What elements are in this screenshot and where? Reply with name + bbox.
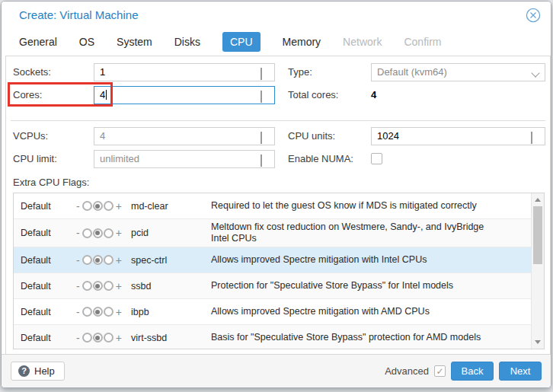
type-value: Default (kvm64): [377, 66, 447, 78]
slider-off-option[interactable]: [82, 228, 92, 238]
enable-numa-label: Enable NUMA:: [288, 150, 353, 168]
cpu-limit-spinner: [261, 153, 268, 170]
flag-state-label: Default: [14, 228, 75, 238]
slider-off-option[interactable]: [82, 255, 92, 265]
advanced-label: Advanced: [385, 365, 429, 377]
scroll-up-icon[interactable]: [535, 198, 541, 202]
cpu-tab-panel: Sockets: 1 Type: Default (kvm64) Cores: …: [5, 56, 551, 356]
spinner-down-icon[interactable]: [261, 68, 262, 80]
flag-description: Required to let the guest OS know if MDS…: [211, 198, 504, 214]
cpu-units-value: 1024: [377, 130, 399, 142]
help-button-label: Help: [34, 365, 55, 377]
minus-label: -: [75, 254, 82, 266]
flag-state-label: Default: [14, 255, 75, 266]
vertical-scrollbar[interactable]: [531, 193, 544, 349]
flag-description: Protection for "Speculative Store Bypass…: [211, 278, 504, 294]
flag-name: md-clear: [131, 201, 211, 212]
plus-label: +: [114, 227, 123, 239]
flags-table: Default-+md-clearRequired to let the gue…: [13, 193, 545, 349]
slider-off-option[interactable]: [82, 281, 92, 291]
flag-row-ibpb[interactable]: Default-+ibpbAllows improved Spectre mit…: [14, 299, 531, 325]
dialog-header: Create: Virtual Machine: [2, 2, 551, 29]
flag-name: ibpb: [131, 307, 211, 317]
flag-name: pcid: [131, 228, 211, 238]
minus-label: -: [75, 200, 82, 212]
flag-state-label: Default: [14, 201, 75, 212]
cores-spinner[interactable]: [261, 89, 268, 106]
sockets-spinner[interactable]: [261, 66, 268, 83]
sockets-label: Sockets:: [13, 63, 51, 81]
cpu-units-label: CPU units:: [288, 127, 335, 145]
tab-cpu[interactable]: CPU: [222, 32, 261, 52]
flag-name: ssbd: [131, 281, 211, 292]
slider-default-option[interactable]: [93, 255, 103, 265]
vcpus-value: 4: [100, 130, 105, 142]
flag-row-md-clear[interactable]: Default-+md-clearRequired to let the gue…: [14, 193, 531, 219]
minus-label: -: [75, 332, 82, 344]
flag-name: spec-ctrl: [131, 255, 211, 266]
slider-default-option[interactable]: [93, 333, 103, 343]
back-button[interactable]: Back: [451, 362, 494, 381]
flag-tri-state-slider[interactable]: -+: [75, 332, 131, 344]
slider-off-option[interactable]: [82, 333, 92, 343]
vcpus-input: 4: [94, 127, 275, 145]
slider-on-option[interactable]: [104, 228, 113, 238]
cores-input[interactable]: 4: [94, 86, 275, 104]
cpu-limit-label: CPU limit:: [13, 150, 57, 168]
spinner-down-icon[interactable]: [261, 91, 262, 103]
spinner-down-icon: [261, 155, 262, 167]
flag-tri-state-slider[interactable]: -+: [75, 254, 131, 266]
flag-state-label: Default: [14, 307, 75, 317]
tab-general[interactable]: General: [19, 36, 57, 48]
tab-memory[interactable]: Memory: [283, 36, 321, 48]
enable-numa-checkbox[interactable]: [371, 153, 382, 164]
flag-row-pcid[interactable]: Default-+pcidMeltdown fix cost reduction…: [14, 219, 531, 247]
vcpus-label: VCPUs:: [13, 127, 48, 145]
flag-row-spec-ctrl[interactable]: Default-+spec-ctrlAllows improved Spectr…: [14, 247, 531, 273]
cores-value: 4: [100, 89, 105, 100]
cpu-limit-input: unlimited: [94, 150, 275, 168]
create-vm-dialog: Create: Virtual Machine GeneralOSSystemD…: [1, 1, 551, 388]
flag-tri-state-slider[interactable]: -+: [75, 280, 131, 292]
cpu-units-input[interactable]: 1024: [371, 127, 545, 145]
slider-on-option[interactable]: [104, 255, 113, 265]
flags-table-body: Default-+md-clearRequired to let the gue…: [14, 193, 531, 349]
help-button[interactable]: ? Help: [11, 362, 65, 381]
slider-on-option[interactable]: [104, 201, 113, 211]
slider-default-option[interactable]: [93, 201, 103, 211]
flag-tri-state-slider[interactable]: -+: [75, 227, 131, 239]
slider-on-option[interactable]: [104, 281, 113, 291]
spinner-down-icon[interactable]: [532, 132, 532, 144]
slider-on-option[interactable]: [104, 333, 113, 343]
type-combobox[interactable]: Default (kvm64): [371, 63, 545, 81]
flag-description: Meltdown fix cost reduction on Westmere,…: [211, 219, 504, 247]
slider-on-option[interactable]: [104, 307, 113, 317]
tab-system[interactable]: System: [117, 36, 152, 48]
advanced-checkbox[interactable]: ✓: [434, 365, 446, 377]
minus-label: -: [75, 306, 82, 318]
scroll-down-icon[interactable]: [535, 340, 541, 344]
plus-label: +: [114, 280, 123, 292]
slider-off-option[interactable]: [82, 201, 92, 211]
slider-default-option[interactable]: [93, 307, 103, 317]
cpu-units-spinner[interactable]: [531, 130, 539, 147]
tab-os[interactable]: OS: [79, 36, 94, 48]
flag-row-virt-ssbd[interactable]: Default-+virt-ssbdBasis for "Speculative…: [14, 325, 531, 349]
flag-row-ssbd[interactable]: Default-+ssbdProtection for "Speculative…: [14, 273, 531, 299]
scrollbar-thumb[interactable]: [533, 206, 542, 264]
cpu-limit-value: unlimited: [100, 153, 139, 164]
tab-bar: GeneralOSSystemDisksCPUMemoryNetworkConf…: [19, 30, 543, 53]
next-button[interactable]: Next: [499, 362, 542, 381]
tab-disks[interactable]: Disks: [174, 36, 200, 48]
slider-off-option[interactable]: [82, 307, 92, 317]
close-icon[interactable]: [526, 8, 541, 23]
slider-default-option[interactable]: [93, 281, 103, 291]
slider-default-option[interactable]: [93, 228, 103, 238]
flag-tri-state-slider[interactable]: -+: [75, 200, 131, 212]
plus-label: +: [114, 306, 123, 318]
tab-confirm: Confirm: [404, 36, 441, 48]
chevron-down-icon[interactable]: [531, 69, 539, 77]
sockets-input[interactable]: 1: [94, 63, 275, 81]
flag-description: Basis for "Speculative Store Bypass" pro…: [211, 330, 504, 346]
flag-tri-state-slider[interactable]: -+: [75, 306, 131, 318]
